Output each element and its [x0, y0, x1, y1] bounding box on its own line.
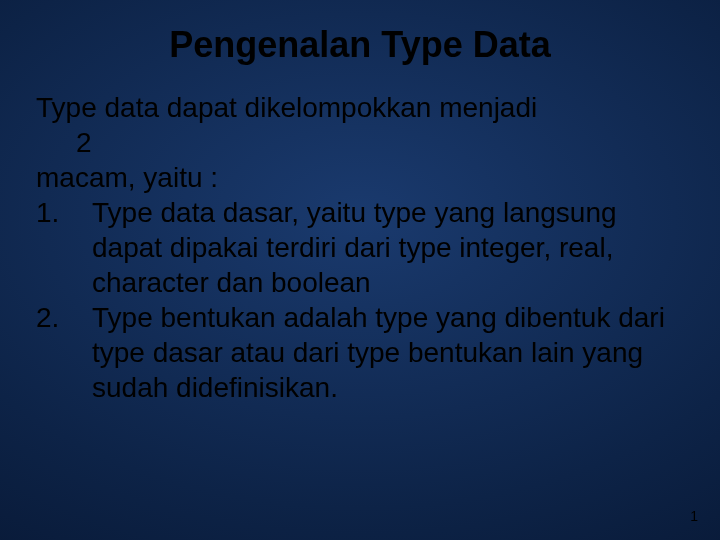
intro-number: 2: [36, 125, 684, 160]
intro-line-2: macam, yaitu :: [36, 160, 684, 195]
body-text: Type data dapat dikelompokkan menjadi 2 …: [36, 90, 684, 405]
list-item: Type bentukan adalah type yang dibentuk …: [36, 300, 684, 405]
page-number: 1: [690, 508, 698, 524]
intro-line-1: Type data dapat dikelompokkan menjadi: [36, 90, 684, 125]
page-title: Pengenalan Type Data: [36, 26, 684, 64]
numbered-list: Type data dasar, yaitu type yang langsun…: [36, 195, 684, 405]
slide: Pengenalan Type Data Type data dapat dik…: [0, 0, 720, 540]
list-item: Type data dasar, yaitu type yang langsun…: [36, 195, 684, 300]
